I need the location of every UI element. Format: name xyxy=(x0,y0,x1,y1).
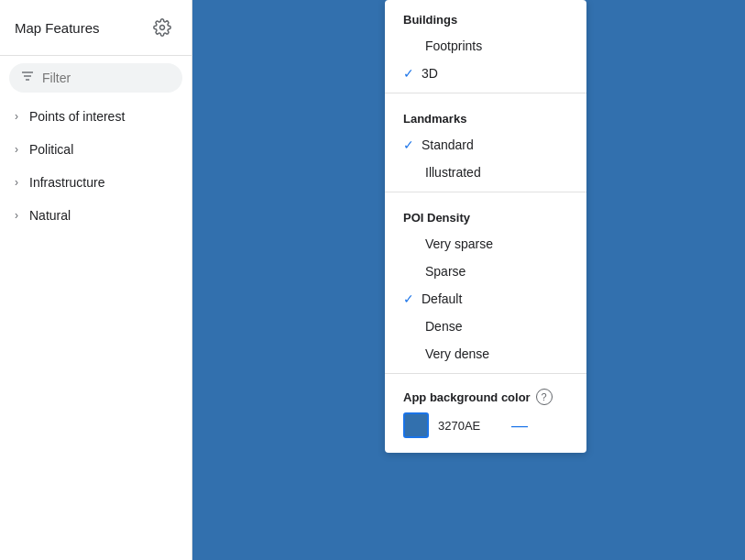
color-value-input[interactable] xyxy=(438,419,502,433)
dropdown-item-very-sparse[interactable]: Very sparse xyxy=(385,230,586,258)
bg-color-label: App background color xyxy=(403,390,531,404)
sidebar-title: Map Features xyxy=(15,20,100,36)
color-input-row: — xyxy=(403,412,568,438)
sidebar-item-poi[interactable]: › Points of interest xyxy=(0,100,192,133)
dropdown-item-dense[interactable]: Dense xyxy=(385,313,586,340)
map-area: Buildings Footprints ✓ 3D Landmarks ✓ St… xyxy=(192,0,745,560)
sidebar-item-label: Natural xyxy=(29,208,71,223)
gear-icon xyxy=(153,18,171,37)
sidebar: Map Features › Points of interest › Poli… xyxy=(0,0,192,560)
help-icon[interactable]: ? xyxy=(536,389,553,405)
sidebar-item-infrastructure[interactable]: › Infrastructure xyxy=(0,166,192,199)
footprints-label: Footprints xyxy=(425,38,482,53)
default-label: Default xyxy=(422,291,462,306)
dropdown-item-sparse[interactable]: Sparse xyxy=(385,258,586,285)
landmarks-section-label: Landmarks xyxy=(385,99,586,131)
illustrated-label: Illustrated xyxy=(425,165,481,180)
bg-color-section: App background color ? — xyxy=(385,379,586,442)
gear-button[interactable] xyxy=(148,13,177,42)
chevron-right-icon: › xyxy=(15,110,18,123)
dropdown-item-very-dense[interactable]: Very dense xyxy=(385,340,586,368)
divider-2 xyxy=(385,192,586,192)
sidebar-header: Map Features xyxy=(0,0,192,56)
dense-label: Dense xyxy=(425,319,462,334)
standard-label: Standard xyxy=(422,137,474,152)
check-icon: ✓ xyxy=(403,291,414,306)
dropdown-item-illustrated[interactable]: Illustrated xyxy=(385,159,586,186)
dropdown-item-3d[interactable]: ✓ 3D xyxy=(385,60,586,87)
dropdown-item-default[interactable]: ✓ Default xyxy=(385,285,586,313)
dropdown-panel: Buildings Footprints ✓ 3D Landmarks ✓ St… xyxy=(385,0,586,453)
3d-label: 3D xyxy=(422,66,438,81)
chevron-right-icon: › xyxy=(15,143,18,156)
sidebar-item-natural[interactable]: › Natural xyxy=(0,199,192,232)
bg-color-label-row: App background color ? xyxy=(403,389,568,405)
sidebar-item-label: Infrastructure xyxy=(29,175,104,190)
check-icon: ✓ xyxy=(403,137,414,152)
help-text: ? xyxy=(542,391,547,402)
check-icon: ✓ xyxy=(403,66,414,81)
sparse-label: Sparse xyxy=(425,264,466,279)
sidebar-item-political[interactable]: › Political xyxy=(0,133,192,166)
filter-input[interactable] xyxy=(42,71,203,85)
chevron-right-icon: › xyxy=(15,209,18,222)
sidebar-item-label: Points of interest xyxy=(29,109,125,124)
filter-icon xyxy=(20,69,35,87)
color-clear-button[interactable]: — xyxy=(511,417,528,434)
very-sparse-label: Very sparse xyxy=(425,236,493,251)
divider-3 xyxy=(385,373,586,374)
chevron-right-icon: › xyxy=(15,176,18,189)
very-dense-label: Very dense xyxy=(425,346,489,361)
dropdown-item-footprints[interactable]: Footprints xyxy=(385,32,586,60)
poi-density-section-label: POI Density xyxy=(385,198,586,230)
svg-point-0 xyxy=(160,26,165,30)
filter-bar[interactable] xyxy=(9,63,182,93)
sidebar-item-label: Political xyxy=(29,142,73,157)
dropdown-item-standard[interactable]: ✓ Standard xyxy=(385,131,586,159)
buildings-section-label: Buildings xyxy=(385,0,586,32)
divider-1 xyxy=(385,93,586,93)
color-swatch[interactable] xyxy=(403,412,429,438)
